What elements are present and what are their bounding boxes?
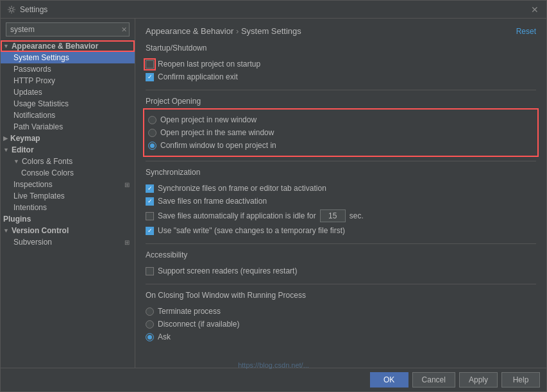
divider-4	[146, 284, 536, 284]
sidebar-item-version-control[interactable]: ▼ Version Control	[1, 225, 135, 236]
sidebar-item-updates[interactable]: Updates	[1, 86, 135, 98]
bottom-bar: https://blog.csdn.net/... OK Cancel Appl…	[1, 368, 546, 391]
apply-button[interactable]: Apply	[459, 372, 498, 388]
safe-write-label: Use "safe write" (save changes to a temp…	[158, 226, 345, 235]
sidebar-item-live-templates[interactable]: Live Templates	[1, 190, 135, 202]
sidebar-label-passwords: Passwords	[13, 65, 51, 74]
cancel-button[interactable]: Cancel	[412, 372, 455, 388]
save-auto-checkbox[interactable]	[146, 212, 154, 220]
breadcrumb-separator: ›	[236, 26, 241, 36]
project-opening-options: Open project in new window Open project …	[146, 111, 536, 154]
sidebar-item-passwords[interactable]: Passwords	[1, 63, 135, 75]
sidebar-label-path-variables: Path Variables	[13, 122, 63, 131]
sidebar-label-inspections: Inspections	[13, 180, 53, 189]
title-bar-left: Settings	[7, 5, 47, 14]
save-auto-label: Save files automatically if application …	[158, 211, 316, 220]
sidebar-item-inspections[interactable]: Inspections ⊞	[1, 179, 135, 190]
save-deactivation-checkbox[interactable]	[146, 197, 154, 206]
project-opening-title: Project Opening	[146, 97, 536, 106]
new-window-radio[interactable]	[148, 116, 156, 124]
inspections-external-icon: ⊞	[124, 181, 130, 188]
sidebar-item-intentions[interactable]: Intentions	[1, 202, 135, 213]
sidebar-item-usage-statistics[interactable]: Usage Statistics	[1, 98, 135, 110]
sync-files-label: Synchronize files on frame or editor tab…	[158, 184, 326, 193]
settings-dialog: Settings ✕ ✕ ▼ Appearance & Behavior Sys…	[0, 0, 547, 392]
accessibility-title: Accessibility	[146, 250, 536, 259]
ask-label: Ask	[158, 332, 171, 341]
disconnect-radio[interactable]	[146, 320, 154, 329]
startup-section-title: Startup/Shutdown	[146, 44, 536, 53]
same-window-radio[interactable]	[148, 129, 156, 137]
ask-radio[interactable]	[146, 333, 154, 341]
sidebar: ✕ ▼ Appearance & Behavior System Setting…	[1, 19, 135, 368]
search-box: ✕	[6, 22, 130, 37]
sidebar-item-system-settings[interactable]: System Settings	[1, 52, 135, 63]
terminate-radio[interactable]	[146, 307, 154, 316]
disconnect-row: Disconnect (if available)	[146, 318, 536, 331]
close-button[interactable]: ✕	[530, 4, 540, 15]
sync-section-title: Synchronization	[146, 168, 536, 177]
sidebar-label-updates: Updates	[13, 88, 42, 97]
search-input[interactable]	[6, 22, 130, 37]
idle-timeout-suffix: sec.	[349, 211, 364, 220]
expand-arrow-editor: ▼	[3, 147, 9, 153]
sidebar-label-intentions: Intentions	[13, 203, 47, 212]
sidebar-item-editor[interactable]: ▼ Editor	[1, 144, 135, 156]
new-window-row: Open project in new window	[148, 113, 534, 126]
disconnect-label: Disconnect (if available)	[158, 320, 239, 329]
sidebar-label-notifications: Notifications	[13, 111, 55, 120]
search-clear-button[interactable]: ✕	[121, 26, 127, 34]
screen-readers-checkbox[interactable]	[146, 267, 154, 275]
sidebar-label-http-proxy: HTTP Proxy	[13, 76, 55, 85]
sidebar-label-usage-statistics: Usage Statistics	[13, 99, 69, 108]
terminate-label: Terminate process	[158, 307, 221, 316]
confirm-window-label: Confirm window to open project in	[160, 141, 276, 150]
panel-breadcrumb: Appearance & Behavior › System Settings	[146, 26, 301, 36]
save-auto-row: Save files automatically if application …	[146, 208, 536, 224]
reopen-project-label: Reopen last project on startup	[158, 60, 260, 69]
screen-readers-label: Support screen readers (requires restart…	[158, 266, 297, 275]
main-content: ✕ ▼ Appearance & Behavior System Setting…	[1, 19, 546, 368]
expand-arrow-colors: ▼	[13, 158, 19, 165]
safe-write-checkbox[interactable]	[146, 227, 154, 235]
new-window-label: Open project in new window	[160, 115, 257, 124]
sidebar-label-live-templates: Live Templates	[13, 192, 65, 200]
reopen-project-checkbox[interactable]	[146, 60, 154, 69]
divider-1	[146, 90, 536, 90]
idle-timeout-input[interactable]	[320, 209, 346, 222]
divider-3	[146, 243, 536, 244]
sidebar-item-appearance-behavior[interactable]: ▼ Appearance & Behavior	[1, 40, 135, 52]
sync-files-checkbox[interactable]	[146, 184, 154, 193]
sidebar-item-http-proxy[interactable]: HTTP Proxy	[1, 75, 135, 86]
sidebar-item-colors-fonts[interactable]: ▼ Colors & Fonts	[1, 156, 135, 167]
confirm-exit-checkbox[interactable]	[146, 73, 154, 81]
subversion-external-icon: ⊞	[124, 239, 130, 246]
breadcrumb-part1: Appearance & Behavior	[146, 26, 233, 36]
expand-arrow: ▼	[3, 43, 9, 49]
sidebar-item-path-variables[interactable]: Path Variables	[1, 121, 135, 133]
sidebar-item-console-colors[interactable]: Console Colors	[1, 167, 135, 179]
sidebar-label-colors-fonts: Colors & Fonts	[22, 157, 72, 166]
sidebar-item-keymap[interactable]: ▶ Keymap	[1, 133, 135, 144]
sidebar-item-subversion[interactable]: Subversion ⊞	[1, 236, 135, 248]
save-deactivation-row: Save files on frame deactivation	[146, 195, 536, 208]
reset-button[interactable]: Reset	[516, 27, 536, 36]
title-bar: Settings ✕	[1, 1, 546, 19]
expand-arrow-vc: ▼	[3, 227, 9, 234]
sync-files-row: Synchronize files on frame or editor tab…	[146, 182, 536, 195]
same-window-row: Open project in the same window	[148, 126, 534, 139]
breadcrumb-part2: System Settings	[241, 26, 301, 36]
window-title: Settings	[20, 5, 47, 14]
sidebar-label-console-colors: Console Colors	[21, 168, 74, 177]
expand-arrow-keymap: ▶	[3, 135, 8, 142]
svg-point-0	[10, 8, 13, 11]
sidebar-item-plugins[interactable]: Plugins	[1, 213, 135, 225]
confirm-window-radio[interactable]	[148, 142, 156, 150]
sidebar-label-system-settings: System Settings	[13, 53, 69, 62]
ok-button[interactable]: OK	[370, 372, 408, 388]
help-button[interactable]: Help	[501, 372, 540, 388]
closing-title: On Closing Tool Window with Running Proc…	[146, 291, 536, 300]
sidebar-label-subversion: Subversion	[13, 238, 52, 247]
sidebar-item-notifications[interactable]: Notifications	[1, 110, 135, 121]
sidebar-label-version-control: Version Control	[12, 226, 69, 235]
